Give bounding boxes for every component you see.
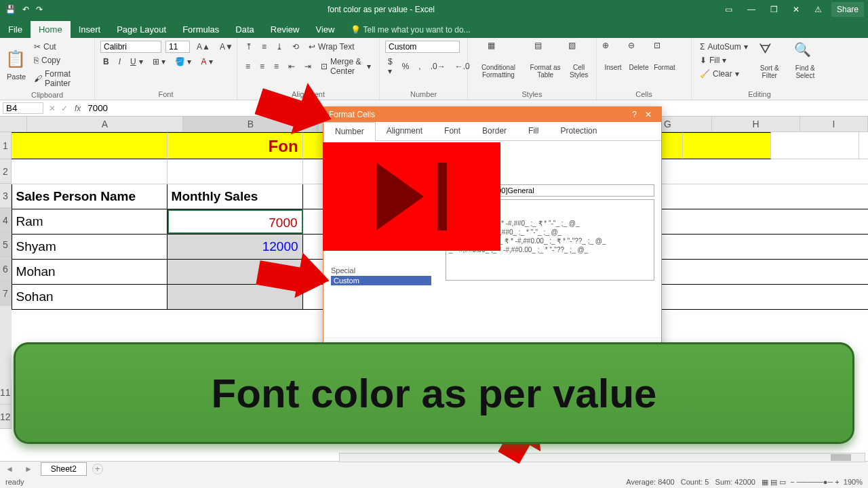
find-select-icon[interactable]: 🔍 bbox=[794, 41, 816, 63]
view-layout-icon[interactable]: ▤ bbox=[770, 478, 777, 486]
tab-review[interactable]: Review bbox=[262, 21, 308, 38]
cell-styles-icon[interactable]: ▧ bbox=[568, 41, 590, 62]
dialog-help-icon[interactable]: ? bbox=[628, 110, 641, 119]
align-middle-icon[interactable]: ≡ bbox=[259, 41, 269, 53]
dialog-tab-alignment[interactable]: Alignment bbox=[376, 122, 433, 140]
font-color-button[interactable]: A ▾ bbox=[198, 56, 216, 68]
sheet-nav-prev-icon[interactable]: ◄ bbox=[0, 464, 19, 474]
dialog-close-icon[interactable]: ✕ bbox=[641, 110, 656, 119]
align-top-icon[interactable]: ⤒ bbox=[243, 41, 255, 53]
orientation-icon[interactable]: ⟲ bbox=[290, 41, 302, 53]
col-head-i[interactable]: I bbox=[800, 117, 868, 131]
comma-icon[interactable]: , bbox=[416, 60, 423, 73]
row-head-7[interactable]: 7 bbox=[0, 281, 12, 306]
cell-a2[interactable] bbox=[12, 159, 167, 184]
row-head-6[interactable]: 6 bbox=[0, 257, 12, 281]
clear-button[interactable]: 🧹 Clear ▾ bbox=[697, 68, 751, 80]
decrease-font-icon[interactable]: A▼ bbox=[217, 41, 236, 53]
cell-a5[interactable]: Shyam bbox=[12, 235, 167, 259]
cond-format-icon[interactable]: ▦ bbox=[488, 41, 509, 62]
category-special[interactable]: Special bbox=[331, 266, 355, 274]
view-break-icon[interactable]: ▭ bbox=[779, 478, 786, 486]
cell-a7[interactable]: Sohan bbox=[12, 285, 167, 309]
cell-i1[interactable] bbox=[859, 132, 868, 159]
tab-insert[interactable]: Insert bbox=[71, 21, 109, 38]
share-button[interactable]: Share bbox=[831, 2, 864, 17]
font-size-input[interactable] bbox=[165, 41, 190, 53]
bold-button[interactable]: B bbox=[100, 56, 112, 68]
tell-me[interactable]: 💡 Tell me what you want to do... bbox=[342, 22, 478, 38]
cancel-formula-icon[interactable]: ✕ bbox=[46, 104, 58, 113]
increase-font-icon[interactable]: A▲ bbox=[194, 41, 213, 53]
dialog-tab-border[interactable]: Border bbox=[471, 122, 517, 140]
row-head-2[interactable]: 2 bbox=[0, 159, 12, 184]
cell-a3[interactable]: Sales Person Name bbox=[12, 184, 167, 209]
horizontal-scrollbar[interactable] bbox=[339, 453, 865, 462]
sort-filter-icon[interactable]: ᗊ bbox=[759, 41, 781, 63]
underline-button[interactable]: U ▾ bbox=[127, 56, 146, 68]
dialog-tab-protection[interactable]: Protection bbox=[549, 122, 608, 140]
dialog-tab-number[interactable]: Number bbox=[323, 122, 376, 141]
fx-icon[interactable]: fx bbox=[71, 104, 85, 113]
enter-formula-icon[interactable]: ✓ bbox=[58, 104, 71, 113]
align-center-icon[interactable]: ≡ bbox=[257, 60, 267, 73]
select-all-corner[interactable] bbox=[0, 117, 27, 131]
row-head-11[interactable]: 11 bbox=[0, 380, 12, 405]
cell-b2[interactable] bbox=[167, 159, 303, 184]
tab-view[interactable]: View bbox=[307, 21, 342, 38]
cell-a1[interactable] bbox=[12, 132, 167, 159]
ribbon-options-icon[interactable]: ▭ bbox=[719, 2, 738, 17]
cell-b3[interactable]: Monthly Sales bbox=[167, 184, 303, 209]
paste-icon[interactable]: 📋 bbox=[5, 49, 27, 71]
row-head-12[interactable]: 12 bbox=[0, 405, 12, 429]
row-head-3[interactable]: 3 bbox=[0, 184, 12, 208]
format-painter-button[interactable]: 🖌 Format Painter bbox=[31, 68, 89, 89]
view-normal-icon[interactable]: ▦ bbox=[762, 478, 768, 486]
col-head-a[interactable]: A bbox=[27, 117, 183, 131]
cell-b1[interactable]: Fon bbox=[167, 132, 303, 159]
italic-button[interactable]: I bbox=[116, 56, 123, 68]
autosum-button[interactable]: Σ AutoSum ▾ bbox=[697, 41, 751, 53]
percent-icon[interactable]: % bbox=[399, 60, 412, 73]
close-icon[interactable]: ✕ bbox=[787, 2, 805, 17]
cell-g1[interactable] bbox=[683, 132, 771, 159]
category-custom[interactable]: Custom bbox=[331, 276, 431, 285]
align-left-icon[interactable]: ≡ bbox=[243, 60, 253, 73]
cell-b5[interactable]: 12000 bbox=[167, 235, 303, 259]
tab-data[interactable]: Data bbox=[227, 21, 262, 38]
insert-cells-icon[interactable]: ⊕ bbox=[602, 41, 624, 62]
dialog-tab-font[interactable]: Font bbox=[433, 122, 471, 140]
indent-inc-icon[interactable]: ⇥ bbox=[302, 60, 314, 73]
play-overlay[interactable] bbox=[323, 142, 500, 251]
font-name-input[interactable] bbox=[100, 41, 161, 53]
align-bottom-icon[interactable]: ⤓ bbox=[273, 41, 285, 53]
row-head-5[interactable]: 5 bbox=[0, 232, 12, 257]
undo-icon[interactable]: ↶ bbox=[22, 5, 29, 14]
fill-button[interactable]: ⬇ Fill ▾ bbox=[697, 54, 751, 66]
inc-decimal-icon[interactable]: .0→ bbox=[428, 60, 448, 73]
cell-a4[interactable]: Ram bbox=[12, 209, 167, 234]
name-box[interactable] bbox=[3, 102, 43, 114]
number-format-select[interactable] bbox=[385, 41, 460, 53]
sheet-tab[interactable]: Sheet2 bbox=[41, 462, 87, 476]
cell-h1[interactable] bbox=[771, 132, 859, 159]
zoom-out-icon[interactable]: − bbox=[790, 478, 794, 486]
maximize-icon[interactable]: ❐ bbox=[765, 2, 783, 17]
zoom-level[interactable]: 190% bbox=[844, 478, 863, 486]
format-table-icon[interactable]: ▤ bbox=[534, 41, 556, 62]
tab-home[interactable]: Home bbox=[31, 21, 71, 38]
cell-a6[interactable]: Mohan bbox=[12, 260, 167, 284]
delete-cells-icon[interactable]: ⊖ bbox=[628, 41, 650, 62]
indent-dec-icon[interactable]: ⇤ bbox=[285, 60, 298, 73]
cell-b4[interactable]: 7000 bbox=[167, 209, 303, 234]
copy-button[interactable]: ⎘ Copy bbox=[31, 54, 89, 66]
row-head-1[interactable]: 1 bbox=[0, 132, 12, 159]
align-right-icon[interactable]: ≡ bbox=[271, 60, 281, 73]
cut-button[interactable]: ✂ Cut bbox=[31, 41, 89, 53]
merge-center-button[interactable]: ⊡ Merge & Center ▾ bbox=[318, 56, 374, 77]
sheet-nav-next-icon[interactable]: ► bbox=[19, 464, 38, 474]
zoom-in-icon[interactable]: + bbox=[835, 478, 839, 486]
col-head-h[interactable]: H bbox=[712, 117, 800, 131]
new-sheet-icon[interactable]: + bbox=[92, 464, 103, 474]
tab-file[interactable]: File bbox=[0, 21, 31, 38]
